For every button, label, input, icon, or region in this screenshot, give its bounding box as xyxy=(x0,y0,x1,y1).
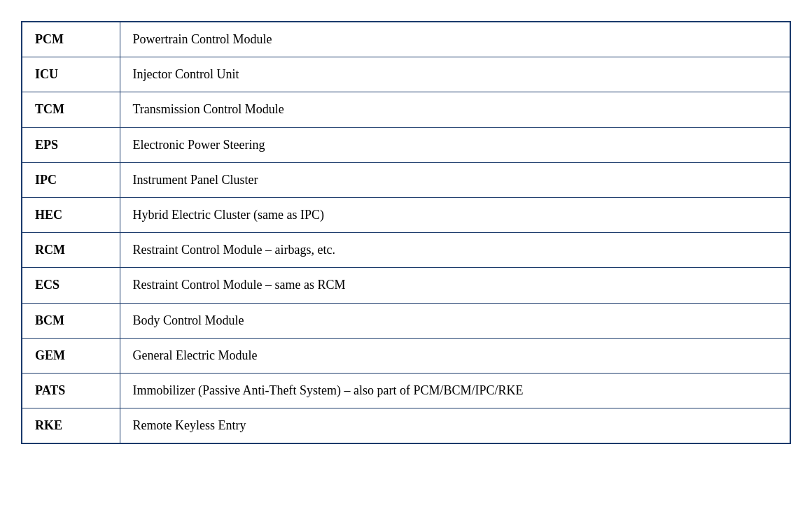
abbreviation-cell: PATS xyxy=(22,373,120,408)
definition-cell: Injector Control Unit xyxy=(120,57,790,92)
definition-cell: Transmission Control Module xyxy=(120,92,790,127)
abbreviation-cell: IPC xyxy=(22,162,120,197)
definition-cell: General Electric Module xyxy=(120,338,790,373)
definition-cell: Hybrid Electric Cluster (same as IPC) xyxy=(120,197,790,232)
table-row: ECSRestraint Control Module – same as RC… xyxy=(22,268,790,303)
table-row: BCMBody Control Module xyxy=(22,303,790,338)
definition-cell: Electronic Power Steering xyxy=(120,127,790,162)
table-row: IPCInstrument Panel Cluster xyxy=(22,162,790,197)
table-row: RCMRestraint Control Module – airbags, e… xyxy=(22,233,790,268)
table-row: RKERemote Keyless Entry xyxy=(22,408,790,444)
abbreviation-cell: ICU xyxy=(22,57,120,92)
abbreviation-cell: TCM xyxy=(22,92,120,127)
definition-cell: Remote Keyless Entry xyxy=(120,408,790,444)
definition-cell: Body Control Module xyxy=(120,303,790,338)
abbreviations-table-container: PCMPowertrain Control ModuleICUInjector … xyxy=(21,21,791,444)
abbreviation-cell: GEM xyxy=(22,338,120,373)
table-row: PCMPowertrain Control Module xyxy=(22,22,790,57)
definition-cell: Immobilizer (Passive Anti-Theft System) … xyxy=(120,373,790,408)
abbreviation-cell: BCM xyxy=(22,303,120,338)
definition-cell: Powertrain Control Module xyxy=(120,22,790,57)
table-row: TCMTransmission Control Module xyxy=(22,92,790,127)
abbreviation-cell: ECS xyxy=(22,268,120,303)
table-row: EPSElectronic Power Steering xyxy=(22,127,790,162)
abbreviation-cell: RKE xyxy=(22,408,120,444)
table-row: GEMGeneral Electric Module xyxy=(22,338,790,373)
abbreviation-cell: EPS xyxy=(22,127,120,162)
abbreviation-cell: RCM xyxy=(22,233,120,268)
definition-cell: Restraint Control Module – same as RCM xyxy=(120,268,790,303)
definition-cell: Restraint Control Module – airbags, etc. xyxy=(120,233,790,268)
table-row: HECHybrid Electric Cluster (same as IPC) xyxy=(22,197,790,232)
definition-cell: Instrument Panel Cluster xyxy=(120,162,790,197)
abbreviation-cell: HEC xyxy=(22,197,120,232)
table-row: PATSImmobilizer (Passive Anti-Theft Syst… xyxy=(22,373,790,408)
abbreviation-cell: PCM xyxy=(22,22,120,57)
table-row: ICUInjector Control Unit xyxy=(22,57,790,92)
abbreviations-table: PCMPowertrain Control ModuleICUInjector … xyxy=(21,21,791,444)
